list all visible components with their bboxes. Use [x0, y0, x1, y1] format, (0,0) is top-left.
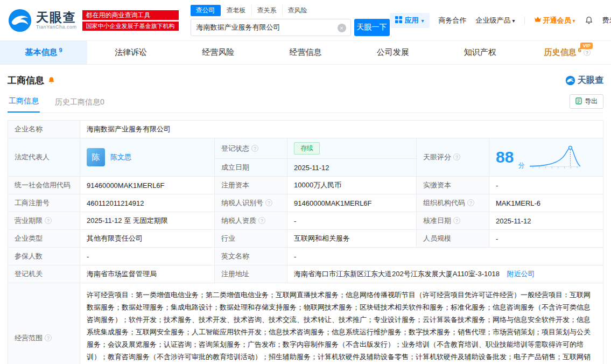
tab-legal-litigation[interactable]: 法律诉讼: [87, 41, 174, 64]
field-value-reg-capital: 10000万人民币: [287, 177, 417, 194]
field-value-paid-capital: -: [489, 177, 603, 194]
open-vip-menu[interactable]: 开通会员: [534, 16, 575, 25]
export-doc-icon: [575, 97, 582, 106]
legal-rep-name-link[interactable]: 陈文思: [110, 152, 131, 162]
field-label-business-term: 营业期限: [8, 212, 80, 230]
slogan-line-2: 国家中小企业发展子基金旗下机构: [82, 22, 179, 31]
enterprise-products-menu[interactable]: 企业级产品: [476, 16, 515, 25]
tab-history-info[interactable]: VIP 历史信息 6: [524, 41, 611, 64]
field-value-address: 海南省海口市江东新区江东大道202号江东发展大厦A110室-3-1018 附近公…: [287, 265, 603, 283]
field-label-taxpayer-quality: 纳税人资质: [215, 212, 287, 230]
section-title: 工商信息: [8, 74, 44, 87]
search-box: [191, 19, 351, 36]
field-value-company-name: 海南数据产业服务有限公司: [80, 121, 603, 138]
field-value-business-scope: 许可经营项目：第一类增值电信业务；第二类增值电信业务；互联网直播技术服务；信息网…: [80, 283, 603, 364]
tab-intellectual-property[interactable]: 知识产权: [437, 41, 524, 64]
vip-crown-icon: [534, 16, 542, 24]
subtab-history-business-info[interactable]: 历史工商信息0: [54, 93, 106, 113]
field-label-insured-count: 参保人数: [8, 248, 80, 265]
business-info-table: 企业名称 海南数据产业服务有限公司 法定代表人 陈 陈文思 登记状态 存续 天眼…: [8, 120, 603, 364]
status-badge: 存续: [294, 142, 320, 155]
field-label-reg-capital: 注册资本: [215, 177, 287, 194]
tab-operating-info[interactable]: 经营信息: [262, 41, 349, 64]
top-bar: 天眼查 TianYanCha.com 都在用的商业查询工具 国家中小企业发展子基…: [0, 0, 611, 40]
enterprise-products-label: 企业级产品: [476, 16, 511, 25]
field-label-company-type: 企业类型: [8, 230, 80, 248]
help-icon[interactable]: [251, 145, 258, 152]
credit-code-label-text: 统一社会信用代码: [15, 181, 71, 189]
search-tab-risk[interactable]: 查风险: [282, 5, 313, 16]
tab-company-development[interactable]: 公司发展: [349, 41, 437, 64]
search-button[interactable]: 天眼一下: [354, 19, 390, 36]
help-icon[interactable]: [584, 49, 591, 56]
field-value-taxpayer-quality: -: [287, 212, 417, 230]
tianyancha-logo-icon: [8, 8, 32, 33]
legal-rep-avatar[interactable]: 陈: [87, 148, 105, 166]
field-label-org-code: 组织机构代码: [417, 194, 489, 212]
field-label-reg-number: 工商注册号: [8, 194, 80, 212]
top-menu: 应用 商务合作 企业级产品 开通会员 费米: [390, 13, 611, 28]
chevron-down-icon: [573, 16, 575, 24]
field-label-staff-size: 人员规模: [417, 230, 489, 248]
tab-intellectual-property-label: 知识产权: [464, 47, 496, 58]
search-tab-boss[interactable]: 查老板: [221, 5, 251, 16]
search-input[interactable]: [191, 19, 350, 36]
field-value-industry: 互联网和相关服务: [287, 230, 417, 248]
help-icon[interactable]: [258, 217, 265, 224]
clear-search-icon[interactable]: [338, 24, 346, 32]
field-label-business-scope: 经营范围: [8, 283, 80, 364]
tianyancha-watermark-text: 天眼查: [578, 75, 603, 86]
field-value-credit-code: 91460000MAK1MERL6F: [80, 177, 215, 194]
tab-history-info-label: 历史信息: [544, 47, 577, 58]
help-icon[interactable]: [453, 217, 460, 224]
tianyancha-watermark: 天眼查: [565, 75, 603, 86]
field-value-staff-size: -: [489, 230, 603, 248]
help-icon[interactable]: [45, 334, 52, 341]
search-tab-company[interactable]: 查公司: [191, 5, 221, 16]
chevron-down-icon: [512, 16, 515, 24]
tab-basic-info-label: 基本信息: [25, 47, 58, 58]
field-value-english-name: -: [287, 248, 603, 265]
table-row: 企业名称 海南数据产业服务有限公司: [8, 121, 603, 138]
help-icon[interactable]: [45, 217, 52, 224]
field-value-approval-date: 2025-11-12: [489, 212, 603, 230]
help-icon[interactable]: [467, 199, 474, 206]
chevron-down-icon: [422, 16, 424, 24]
table-row: 经营范围 许可经营项目：第一类增值电信业务；第二类增值电信业务；互联网直播技术服…: [8, 283, 603, 364]
score-number: 88: [496, 149, 514, 165]
export-button[interactable]: 导出: [570, 94, 603, 109]
apps-menu[interactable]: 应用: [390, 13, 430, 28]
help-icon[interactable]: [453, 153, 460, 160]
tab-operating-risk[interactable]: 经营风险: [174, 41, 262, 64]
help-icon[interactable]: [265, 199, 272, 206]
tab-operating-risk-label: 经营风险: [202, 47, 234, 58]
field-label-legal-rep: 法定代表人: [8, 138, 80, 177]
taxpayer-id-label-text: 纳税人识别号: [221, 199, 263, 207]
field-value-company-type: 其他有限责任公司: [80, 230, 215, 248]
field-label-english-name: 英文名称: [215, 248, 287, 265]
tab-basic-info[interactable]: 基本信息 9: [0, 41, 87, 64]
tab-operating-info-label: 经营信息: [289, 47, 321, 58]
field-value-registry: 海南省市场监督管理局: [80, 265, 215, 283]
table-row: 统一社会信用代码 91460000MAK1MERL6F 注册资本 10000万人…: [8, 177, 603, 194]
field-label-paid-capital: 实缴资本: [417, 177, 489, 194]
field-value-reg-number: 460112011214912: [80, 194, 215, 212]
table-row: 营业期限 2025-11-12 至 无固定期限 纳税人资质 - 核准日期 202…: [8, 212, 603, 230]
address-text: 海南省海口市江东新区江东大道202号江东发展大厦A110室-3-1018: [294, 270, 500, 278]
brand-slogan-banner: 都在用的商业查询工具 国家中小企业发展子基金旗下机构: [82, 10, 179, 31]
tianyancha-logo[interactable]: 天眼查 TianYanCha.com: [8, 8, 77, 33]
score-label-text: 天眼评分: [423, 153, 451, 161]
search-tab-relation[interactable]: 查关系: [251, 5, 282, 16]
field-value-insured-count: -: [80, 248, 215, 265]
field-label-industry: 行业: [215, 230, 287, 248]
score-unit: 分: [518, 161, 524, 170]
open-vip-label: 开通会员: [543, 16, 571, 25]
table-row: 工商注册号 460112011214912 纳税人识别号 91460000MAK…: [8, 194, 603, 212]
subtab-business-info[interactable]: 工商信息: [8, 92, 40, 113]
nearby-companies-link[interactable]: 附近公司: [507, 270, 535, 278]
username[interactable]: 费米: [602, 16, 611, 25]
business-cooperation-link[interactable]: 商务合作: [439, 16, 467, 25]
field-label-taxpayer-id: 纳税人识别号: [215, 194, 287, 212]
monitor-bell-icon[interactable]: [47, 76, 55, 85]
notification-bell-icon[interactable]: [585, 16, 593, 25]
